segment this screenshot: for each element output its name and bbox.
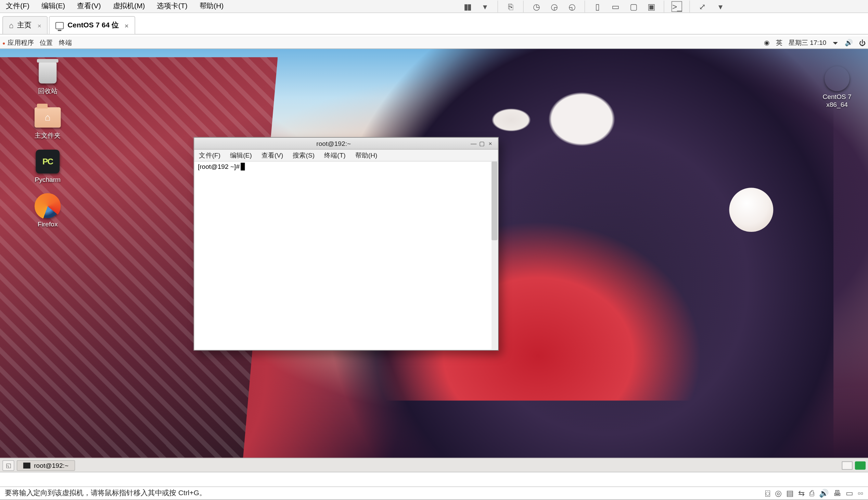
- tab-vm-label: CentOS 7 64 位: [67, 20, 119, 31]
- desktop-icons-left: 回收站 ⌂ 主文件夹 PC Pycharm Firefox: [26, 61, 69, 228]
- panel-places[interactable]: 位置: [40, 38, 53, 47]
- toolbar-dropdown-icon[interactable]: ▾: [715, 1, 726, 12]
- power-icon[interactable]: ⏻: [859, 39, 866, 46]
- vmware-status-bar: 要将输入定向到该虚拟机，请将鼠标指针移入其中或按 Ctrl+G。 ⌼ ◎ ▤ ⇆…: [0, 486, 868, 499]
- terminal-menubar: 文件(F) 编辑(E) 查看(V) 搜索(S) 终端(T) 帮助(H): [194, 150, 498, 162]
- panel-terminal[interactable]: 终端: [59, 38, 72, 47]
- show-desktop-button[interactable]: ◱: [2, 460, 14, 470]
- terminal-title: root@192:~: [198, 140, 470, 147]
- term-menu-terminal[interactable]: 终端(T): [319, 151, 350, 160]
- terminal-titlebar[interactable]: root@192:~ — ▢ ×: [194, 138, 498, 150]
- panel-datetime[interactable]: 星期三 17:10: [789, 38, 826, 47]
- panel-applications[interactable]: 应用程序: [2, 38, 34, 47]
- terminal-scrollbar[interactable]: [491, 162, 497, 349]
- send-ctrl-alt-del-icon[interactable]: ⎘: [506, 1, 516, 12]
- pause-icon[interactable]: ▮▮: [462, 1, 473, 12]
- firefox-icon: [36, 194, 60, 218]
- device-printer-icon[interactable]: 🖶: [833, 489, 841, 498]
- toolbar-dropdown-icon[interactable]: ▾: [480, 1, 490, 12]
- desktop-icon-firefox[interactable]: Firefox: [26, 194, 69, 228]
- menu-edit[interactable]: 编辑(E): [35, 0, 71, 13]
- desktop-icon-disc[interactable]: CentOS 7 x86_64: [815, 67, 858, 108]
- tab-home-label: 主页: [17, 20, 32, 31]
- desktop-icon-trash[interactable]: 回收站: [26, 61, 69, 95]
- term-menu-help[interactable]: 帮助(H): [350, 151, 382, 160]
- scrollbar-thumb[interactable]: [491, 162, 497, 240]
- device-more-icon[interactable]: ▫▫: [858, 489, 863, 498]
- menu-help[interactable]: 帮助(H): [193, 0, 230, 13]
- accessibility-icon[interactable]: ◉: [764, 39, 770, 47]
- desktop-icon-label: Pycharm: [35, 176, 61, 184]
- tab-home[interactable]: ⌂ 主页 ×: [2, 16, 48, 34]
- folder-icon: ⌂: [35, 107, 61, 127]
- close-icon[interactable]: ×: [37, 22, 41, 29]
- gnome-taskbar: ◱ root@192:~: [0, 458, 868, 472]
- pycharm-icon: PC: [36, 150, 60, 174]
- ime-indicator[interactable]: 英: [776, 38, 783, 47]
- terminal-window[interactable]: root@192:~ — ▢ × 文件(F) 编辑(E) 查看(V) 搜索(S)…: [194, 137, 499, 350]
- tab-vm[interactable]: CentOS 7 64 位 ×: [49, 16, 135, 34]
- desktop-icon-home[interactable]: ⌂ 主文件夹: [26, 105, 69, 139]
- trash-icon: [39, 62, 57, 83]
- close-icon[interactable]: ×: [486, 140, 494, 147]
- volume-icon[interactable]: 🔊: [845, 39, 853, 47]
- term-menu-edit[interactable]: 编辑(E): [225, 151, 257, 160]
- console-icon[interactable]: >_: [672, 1, 682, 12]
- layout-icon[interactable]: ▢: [628, 1, 639, 12]
- toolbar-separator: [664, 0, 665, 12]
- toolbar-separator: [498, 0, 498, 12]
- vmware-toolbar: ▮▮ ▾ ⎘ ◷ ◶ ◵ ▯ ▭ ▢ ▣ >_ ⤢ ▾: [230, 3, 726, 9]
- maximize-icon[interactable]: ▢: [478, 140, 486, 147]
- menu-view[interactable]: 查看(V): [71, 0, 107, 13]
- terminal-prompt: [root@192 ~]#: [198, 163, 240, 170]
- cursor-icon: [241, 163, 245, 171]
- device-cd-icon[interactable]: ◎: [775, 489, 782, 498]
- guest-display[interactable]: 应用程序 位置 终端 ◉ 英 星期三 17:10 ⏷ 🔊 ⏻: [0, 37, 868, 472]
- terminal-icon: [23, 462, 31, 468]
- snapshot-manage-icon[interactable]: ◵: [567, 1, 577, 12]
- menu-vm[interactable]: 虚拟机(M): [107, 0, 151, 13]
- layout-icon[interactable]: ▭: [610, 1, 621, 12]
- vmware-tabs: ⌂ 主页 × CentOS 7 64 位 ×: [0, 13, 868, 35]
- taskbar-task-terminal[interactable]: root@192:~: [17, 460, 75, 470]
- term-menu-file[interactable]: 文件(F): [194, 151, 225, 160]
- device-floppy-icon[interactable]: ▤: [786, 489, 794, 498]
- status-text: 要将输入定向到该虚拟机，请将鼠标指针移入其中或按 Ctrl+G。: [5, 488, 206, 499]
- wallpaper-decor: [729, 188, 773, 232]
- device-sound-icon[interactable]: 🔊: [819, 489, 829, 498]
- minimize-icon[interactable]: —: [470, 140, 478, 147]
- desktop-icon-label: 回收站: [38, 87, 58, 94]
- toolbar-separator: [585, 0, 585, 12]
- monitor-icon: [56, 22, 63, 29]
- menu-tabs[interactable]: 选项卡(T): [151, 0, 193, 13]
- device-network-icon[interactable]: ⇆: [798, 489, 805, 498]
- gnome-top-panel: 应用程序 位置 终端 ◉ 英 星期三 17:10 ⏷ 🔊 ⏻: [0, 37, 868, 49]
- layout-icon[interactable]: ▣: [646, 1, 657, 12]
- toolbar-separator: [523, 0, 524, 12]
- terminal-body[interactable]: [root@192 ~]#: [194, 162, 498, 350]
- desktop-icon-pycharm[interactable]: PC Pycharm: [26, 150, 69, 184]
- home-icon: ⌂: [35, 107, 61, 127]
- device-disk-icon[interactable]: ⌼: [765, 489, 770, 498]
- menu-file[interactable]: 文件(F): [0, 0, 35, 13]
- term-menu-view[interactable]: 查看(V): [257, 151, 288, 160]
- home-icon: ⌂: [9, 21, 14, 30]
- desktop-icon-label: Firefox: [38, 220, 58, 228]
- tray-indicator[interactable]: [855, 461, 866, 469]
- network-icon[interactable]: ⏷: [832, 39, 839, 46]
- taskbar-task-label: root@192:~: [34, 462, 68, 469]
- snapshot-revert-icon[interactable]: ◶: [549, 1, 559, 12]
- layout-icon[interactable]: ▯: [592, 1, 603, 12]
- desktop-icons-right: CentOS 7 x86_64: [815, 67, 858, 108]
- snapshot-icon[interactable]: ◷: [531, 1, 542, 12]
- vmware-device-tray: ⌼ ◎ ▤ ⇆ ⎙ 🔊 🖶 ▭ ▫▫: [765, 489, 863, 498]
- close-icon[interactable]: ×: [125, 22, 128, 29]
- vmware-menubar: 文件(F) 编辑(E) 查看(V) 虚拟机(M) 选项卡(T) 帮助(H) ▮▮…: [0, 0, 868, 13]
- device-usb-icon[interactable]: ⎙: [809, 489, 814, 498]
- workspace-switcher[interactable]: [842, 461, 852, 469]
- fullscreen-icon[interactable]: ⤢: [697, 1, 708, 12]
- device-display-icon[interactable]: ▭: [846, 489, 853, 498]
- desktop-wallpaper[interactable]: 回收站 ⌂ 主文件夹 PC Pycharm Firefox: [0, 49, 868, 458]
- disc-icon: [824, 66, 849, 91]
- term-menu-search[interactable]: 搜索(S): [288, 151, 319, 160]
